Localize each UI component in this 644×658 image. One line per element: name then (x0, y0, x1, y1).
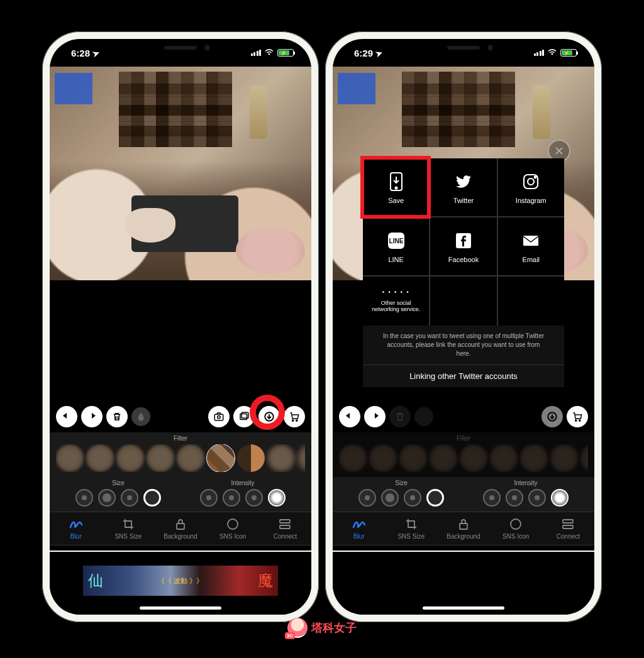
tab-blur[interactable]: Blur (333, 517, 385, 540)
intensity-option-selected[interactable] (268, 489, 286, 507)
tab-sns-size[interactable]: SNS Size (385, 517, 437, 540)
size-selector[interactable] (56, 489, 180, 507)
size-selector[interactable] (339, 489, 464, 507)
share-email[interactable]: Email (498, 217, 564, 275)
filter-thumb[interactable] (86, 444, 114, 472)
camera-button[interactable] (208, 406, 230, 427)
filter-thumb-active[interactable] (207, 444, 235, 472)
signal-icon (534, 50, 545, 56)
download-button[interactable] (541, 406, 563, 427)
tab-connect[interactable]: Connect (259, 517, 311, 540)
filter-thumb[interactable] (297, 444, 305, 472)
tab-sns-size[interactable]: SNS Size (102, 517, 154, 540)
share-empty (498, 277, 564, 326)
intensity-option[interactable] (200, 489, 218, 507)
tab-label: Connect (274, 533, 297, 540)
photo-canvas[interactable] (50, 67, 311, 280)
svg-point-6 (296, 420, 297, 421)
share-instagram[interactable]: Instagram (498, 158, 564, 216)
filter-thumb[interactable] (116, 444, 144, 472)
filter-thumb[interactable] (56, 444, 84, 472)
intensity-selector[interactable] (180, 489, 305, 507)
action-toolbar (333, 401, 594, 432)
size-option[interactable] (98, 489, 116, 507)
svg-rect-19 (523, 236, 538, 246)
redo-button[interactable] (81, 406, 103, 427)
home-indicator[interactable] (423, 606, 504, 610)
tab-label: SNS Icon (219, 533, 246, 540)
size-option[interactable] (121, 489, 138, 507)
shop-button[interactable] (284, 406, 305, 427)
download-button[interactable] (258, 406, 280, 427)
intensity-option[interactable] (245, 489, 263, 507)
notch (127, 39, 234, 57)
filter-thumb[interactable] (237, 444, 265, 472)
notch (410, 39, 517, 57)
filter-list[interactable] (56, 444, 305, 472)
tab-background[interactable]: Background (437, 517, 489, 540)
scribble-icon (69, 517, 83, 531)
phone-left: 6:28 ➤ ⚡ (42, 31, 319, 622)
svg-rect-9 (280, 520, 290, 523)
drop-button[interactable] (414, 407, 433, 426)
mosaic-region (119, 72, 232, 147)
redo-button[interactable] (364, 406, 386, 427)
undo-button[interactable] (339, 406, 360, 427)
tab-label: Blur (70, 533, 82, 540)
tab-sns-icon[interactable]: SNS Icon (490, 517, 542, 540)
share-label: Instagram (516, 197, 547, 204)
svg-point-5 (292, 420, 294, 421)
line-icon: LINE (385, 229, 408, 252)
email-icon (519, 229, 542, 252)
svg-point-24 (511, 519, 521, 529)
tab-sns-icon[interactable]: SNS Icon (207, 517, 259, 540)
shop-button[interactable] (567, 406, 588, 427)
tab-label: Background (164, 533, 197, 540)
tab-connect[interactable]: Connect (542, 517, 594, 540)
intensity-option[interactable] (223, 489, 240, 507)
share-label: Email (523, 256, 540, 263)
share-line[interactable]: LINE LINE (363, 217, 429, 275)
size-option[interactable] (75, 489, 93, 507)
filter-thumb[interactable] (147, 444, 174, 472)
ad-banner[interactable]: 仙 《《 波動 》》 魔 (83, 566, 278, 596)
watermark-badge: 3C (285, 632, 295, 639)
delete-button[interactable] (106, 406, 128, 427)
svg-point-1 (218, 416, 221, 419)
share-label: LINE (388, 256, 403, 263)
share-panel: Save Twitter Instagram (363, 158, 564, 387)
filter-thumb[interactable] (177, 444, 204, 472)
svg-point-14 (528, 178, 534, 185)
circle-icon (226, 517, 239, 531)
share-link-accounts[interactable]: Linking other Twitter accounts (363, 365, 564, 387)
location-icon: ➤ (374, 47, 384, 58)
intensity-label: Intensity (180, 480, 305, 486)
instagram-icon (519, 170, 542, 193)
undo-button[interactable] (56, 406, 77, 427)
drop-button[interactable] (131, 407, 150, 426)
tab-bar: Blur SNS Size Background SNS Icon Connec… (333, 512, 594, 546)
share-empty (430, 277, 496, 326)
tab-background[interactable]: Background (154, 517, 206, 540)
share-save[interactable]: Save (363, 158, 429, 216)
share-other[interactable]: • • • • • Other social networking servic… (363, 277, 429, 326)
home-indicator[interactable] (140, 606, 221, 610)
tab-blur[interactable]: Blur (50, 517, 102, 540)
phone-right: 6:29 ➤ ⚡ (325, 31, 602, 622)
share-facebook[interactable]: Facebook (430, 217, 496, 275)
size-option-selected[interactable] (143, 489, 161, 507)
filter-thumb[interactable] (267, 444, 295, 472)
share-twitter[interactable]: Twitter (430, 158, 496, 216)
filter-list (339, 444, 588, 472)
delete-button[interactable] (389, 406, 411, 427)
mosaic-region (402, 72, 515, 147)
tab-bar: Blur SNS Size Background SNS Icon Connec… (50, 512, 311, 546)
share-note: In the case you want to tweet using one … (363, 326, 564, 365)
filter-label: Filter (56, 435, 305, 442)
gallery-button[interactable] (233, 406, 255, 427)
intensity-selector[interactable] (464, 489, 588, 507)
location-icon: ➤ (91, 47, 101, 58)
stack-icon (279, 517, 291, 531)
svg-rect-26 (563, 525, 573, 529)
intensity-label: Intensity (464, 480, 588, 486)
